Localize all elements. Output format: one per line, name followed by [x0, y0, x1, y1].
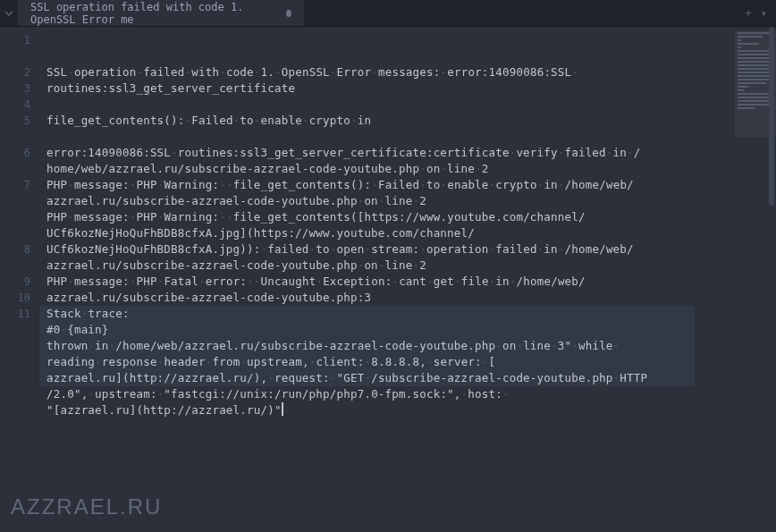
tab-bar: SSL operation failed with code 1. OpenSS…	[0, 0, 776, 27]
code-line: "[azzrael.ru](http://azzrael.ru/)"	[46, 402, 681, 418]
vertical-scrollbar[interactable]	[767, 27, 776, 532]
line-number: 9	[0, 274, 30, 290]
line-number: 7	[0, 177, 30, 241]
tab-active[interactable]: SSL operation failed with code 1. OpenSS…	[18, 0, 304, 26]
code-line: azzrael.ru/subscribe-azzrael-code-youtub…	[46, 258, 681, 274]
code-line: home/web/azzrael.ru/subscribe-azzrael-co…	[46, 161, 681, 177]
line-number: 2	[0, 64, 30, 80]
code-line	[46, 129, 681, 145]
new-tab-button[interactable]: +	[746, 7, 752, 20]
code-line: PHP·message:·PHP·Warning:··file_get_cont…	[46, 177, 681, 193]
code-line: thrown·in·/home/web/azzrael.ru/subscribe…	[46, 338, 681, 354]
code-line: SSL·operation·failed·with·code·1.·OpenSS…	[46, 64, 681, 80]
code-area[interactable]: SSL·operation·failed·with·code·1.·OpenSS…	[39, 27, 735, 532]
code-line: #0·{main}	[46, 322, 681, 338]
code-line: routines:ssl3_get_server_certificate	[46, 80, 681, 97]
chevron-down-icon	[5, 10, 13, 17]
code-line: error:14090086:SSL·routines:ssl3_get_ser…	[46, 145, 681, 161]
line-number: 4	[0, 97, 30, 113]
line-number: 11	[0, 306, 30, 386]
code-line	[46, 97, 681, 113]
line-number: 6	[0, 145, 30, 177]
line-number: 8	[0, 241, 30, 274]
editor: 1234567891011 SSL·operation·failed·with·…	[0, 27, 776, 532]
tab-menu-button[interactable]: ▾	[761, 7, 767, 20]
text-cursor	[282, 402, 283, 416]
code-line: PHP·message:·PHP·Warning:··file_get_cont…	[46, 209, 681, 225]
line-number: 5	[0, 113, 30, 145]
modified-indicator-icon	[286, 10, 291, 17]
line-number: 1	[0, 32, 30, 64]
code-line: file_get_contents():·Failed·to·enable·cr…	[46, 113, 681, 129]
line-number: 10	[0, 290, 30, 306]
code-line: azzrael.ru/subscribe-azzrael-code-youtub…	[46, 193, 681, 209]
code-line: azzrael.ru](http://azzrael.ru/),·request…	[46, 370, 681, 386]
line-number: 3	[0, 80, 30, 97]
tab-list-dropdown[interactable]	[0, 0, 18, 26]
code-line: reading·response·header·from·upstream,·c…	[46, 354, 681, 370]
code-line: /2.0",·upstream:·"fastcgi://unix:/run/ph…	[46, 386, 681, 402]
code-line: PHP·message:·PHP·Fatal·error:··Uncaught·…	[46, 274, 681, 290]
code-line: UCf6kozNejHoQuFhBDB8cfxA.jpg](https://ww…	[46, 225, 681, 241]
code-line: UCf6kozNejHoQuFhBDB8cfxA.jpg)):·failed·t…	[46, 241, 681, 258]
line-number-gutter: 1234567891011	[0, 27, 39, 532]
code-line: azzrael.ru/subscribe-azzrael-code-youtub…	[46, 290, 681, 306]
tab-title: SSL operation failed with code 1. OpenSS…	[30, 1, 277, 26]
scrollbar-thumb[interactable]	[769, 27, 774, 206]
code-line: Stack·trace:	[46, 306, 681, 322]
